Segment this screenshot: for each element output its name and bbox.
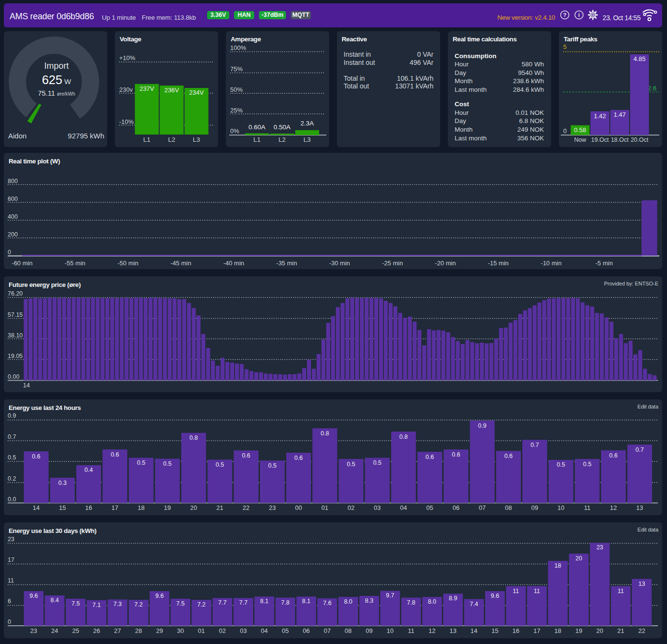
svg-text:Month: Month bbox=[455, 77, 473, 85]
svg-text:08: 08 bbox=[505, 504, 512, 511]
svg-text:0.5: 0.5 bbox=[373, 459, 381, 466]
svg-text:09: 09 bbox=[531, 504, 538, 511]
svg-text:0.7: 0.7 bbox=[531, 442, 539, 448]
svg-text:1.42: 1.42 bbox=[594, 112, 606, 120]
svg-text:75%: 75% bbox=[230, 65, 243, 73]
svg-text:7.2: 7.2 bbox=[197, 601, 205, 608]
svg-text:13: 13 bbox=[636, 504, 643, 511]
svg-text:0.5: 0.5 bbox=[583, 461, 591, 468]
svg-text:496 VAr: 496 VAr bbox=[409, 59, 433, 66]
svg-text:10: 10 bbox=[387, 627, 394, 634]
svg-text:Import: Import bbox=[44, 61, 69, 71]
svg-text:-55 min: -55 min bbox=[64, 260, 85, 267]
svg-text:25: 25 bbox=[72, 627, 79, 634]
svg-text:00: 00 bbox=[295, 504, 302, 511]
svg-text:0.0: 0.0 bbox=[8, 496, 16, 503]
svg-text:?: ? bbox=[563, 12, 567, 18]
svg-text:236V: 236V bbox=[164, 87, 179, 94]
svg-text:0.6: 0.6 bbox=[426, 454, 434, 460]
svg-text:0.9: 0.9 bbox=[478, 422, 486, 429]
svg-text:15: 15 bbox=[492, 627, 498, 634]
svg-text:0.8: 0.8 bbox=[189, 434, 198, 441]
svg-text:02: 02 bbox=[219, 627, 226, 634]
svg-text:22: 22 bbox=[638, 627, 645, 634]
svg-text:0: 0 bbox=[8, 249, 11, 256]
svg-text:Last month: Last month bbox=[455, 135, 487, 142]
svg-text:-50 min: -50 min bbox=[118, 260, 138, 267]
svg-text:L3: L3 bbox=[304, 136, 311, 143]
svg-text:7.3: 7.3 bbox=[113, 601, 122, 607]
svg-text:0.00: 0.00 bbox=[8, 373, 19, 380]
svg-text:9540 Wh: 9540 Wh bbox=[518, 69, 544, 76]
svg-text:14: 14 bbox=[23, 382, 30, 389]
svg-text:Day: Day bbox=[455, 117, 466, 124]
svg-text:8.9: 8.9 bbox=[449, 595, 457, 602]
svg-text:18: 18 bbox=[137, 504, 144, 511]
svg-text:Amperage: Amperage bbox=[231, 36, 261, 43]
svg-text:580 Wh: 580 Wh bbox=[521, 61, 544, 68]
svg-text:Provided by: ENTSO-E: Provided by: ENTSO-E bbox=[604, 281, 658, 286]
svg-text:0.5: 0.5 bbox=[216, 461, 224, 468]
svg-text:13071 kVArh: 13071 kVArh bbox=[395, 82, 433, 90]
svg-text:02: 02 bbox=[347, 504, 354, 511]
svg-text:17: 17 bbox=[111, 504, 118, 511]
svg-text:11: 11 bbox=[618, 588, 624, 594]
svg-text:4.85: 4.85 bbox=[633, 55, 645, 62]
svg-text:Hour: Hour bbox=[455, 61, 469, 68]
svg-text:0 VAr: 0 VAr bbox=[417, 50, 433, 58]
svg-text:0.6: 0.6 bbox=[609, 452, 618, 459]
svg-text:0: 0 bbox=[8, 619, 11, 625]
svg-text:Tariff peaks: Tariff peaks bbox=[564, 36, 597, 43]
svg-text:400: 400 bbox=[8, 213, 18, 220]
svg-text:23: 23 bbox=[30, 627, 37, 634]
svg-text:-30 min: -30 min bbox=[329, 260, 350, 267]
svg-text:21: 21 bbox=[617, 627, 624, 634]
svg-text:0.7: 0.7 bbox=[635, 446, 643, 453]
svg-text:i: i bbox=[578, 12, 580, 18]
svg-text:0.6: 0.6 bbox=[242, 452, 250, 459]
svg-text:14: 14 bbox=[33, 504, 39, 511]
svg-text:25%: 25% bbox=[230, 107, 243, 114]
svg-text:27: 27 bbox=[114, 627, 121, 634]
svg-text:11: 11 bbox=[584, 504, 591, 511]
svg-text:7.4: 7.4 bbox=[470, 601, 478, 607]
svg-text:26: 26 bbox=[93, 627, 100, 634]
svg-text:0.58: 0.58 bbox=[574, 126, 586, 134]
svg-text:24: 24 bbox=[51, 627, 58, 634]
svg-text:0.6: 0.6 bbox=[32, 453, 40, 460]
svg-text:23: 23 bbox=[269, 504, 275, 511]
svg-text:09: 09 bbox=[366, 627, 372, 634]
svg-text:-15 min: -15 min bbox=[488, 260, 508, 267]
svg-text:0.50A: 0.50A bbox=[273, 124, 290, 131]
svg-text:16: 16 bbox=[512, 627, 519, 634]
svg-text:75.11øre/kWh: 75.11øre/kWh bbox=[38, 89, 75, 97]
svg-text:19.Oct: 19.Oct bbox=[591, 136, 609, 143]
svg-text:57.15: 57.15 bbox=[8, 311, 23, 318]
svg-text:07: 07 bbox=[324, 627, 331, 634]
svg-text:0.7: 0.7 bbox=[8, 433, 16, 440]
svg-text:0.2: 0.2 bbox=[8, 475, 16, 482]
svg-text:249 NOK: 249 NOK bbox=[517, 126, 544, 133]
svg-text:04: 04 bbox=[261, 627, 268, 634]
svg-text:18: 18 bbox=[555, 562, 561, 569]
svg-text:20: 20 bbox=[576, 555, 582, 562]
svg-text:2.3A: 2.3A bbox=[300, 120, 314, 127]
svg-text:Total out: Total out bbox=[344, 82, 369, 90]
svg-text:9.7: 9.7 bbox=[386, 592, 394, 599]
svg-text:5: 5 bbox=[563, 43, 567, 50]
svg-text:0.6: 0.6 bbox=[452, 451, 460, 458]
svg-text:0.5: 0.5 bbox=[557, 461, 565, 468]
svg-text:6.8 NOK: 6.8 NOK bbox=[519, 117, 544, 124]
svg-text:Consumption: Consumption bbox=[455, 52, 496, 60]
svg-text:06: 06 bbox=[303, 627, 309, 634]
svg-text:76.20: 76.20 bbox=[8, 290, 23, 297]
svg-text:600: 600 bbox=[8, 196, 18, 202]
svg-text:04: 04 bbox=[400, 504, 407, 511]
svg-text:Future energy price (øre): Future energy price (øre) bbox=[9, 281, 81, 288]
svg-text:9.6: 9.6 bbox=[491, 593, 499, 599]
svg-text:19: 19 bbox=[164, 504, 171, 511]
svg-text:7.1: 7.1 bbox=[92, 602, 100, 608]
svg-text:Last month: Last month bbox=[455, 86, 487, 93]
svg-text:30: 30 bbox=[177, 627, 184, 634]
svg-text:Hour: Hour bbox=[455, 109, 469, 116]
